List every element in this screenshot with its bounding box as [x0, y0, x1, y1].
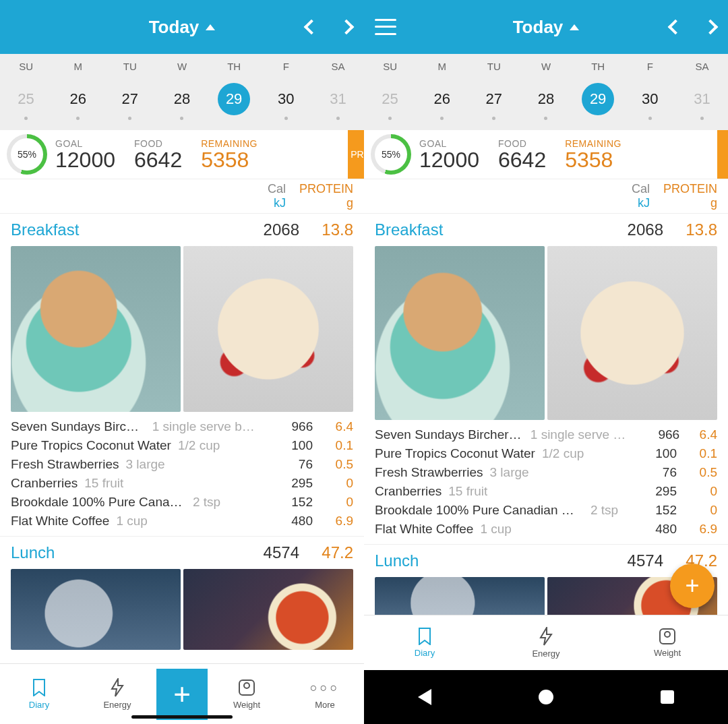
caret-up-icon — [570, 24, 579, 30]
breakfast-items: Seven Sundays Birch…1 single serve bowl9… — [0, 412, 364, 537]
unit-kj[interactable]: kJ — [268, 196, 286, 210]
day-sa[interactable]: SA31 — [312, 54, 364, 129]
more-icon: ○○○ — [315, 678, 334, 697]
plus-icon: + — [156, 669, 208, 720]
meal-photo[interactable] — [11, 246, 181, 412]
lunch-header[interactable]: Lunch 457447.2 — [364, 545, 728, 577]
breakfast-header[interactable]: Breakfast 206813.8 — [364, 214, 728, 246]
breakfast-photos — [0, 246, 364, 412]
breakfast-items: Seven Sundays Bircher & …1 single serve … — [364, 420, 728, 545]
meal-photo[interactable] — [547, 246, 717, 420]
tab-energy[interactable]: Energy — [485, 615, 607, 670]
next-day-button[interactable] — [703, 20, 719, 35]
food-row[interactable]: Cranberries15 fruit2950 — [375, 482, 717, 501]
bookmark-icon — [30, 678, 49, 697]
tab-diary[interactable]: Diary — [0, 664, 78, 724]
prev-day-button[interactable] — [668, 20, 684, 35]
day-tu[interactable]: TU27 — [104, 54, 156, 129]
lunch-photos — [0, 569, 364, 650]
day-w[interactable]: W28 — [520, 54, 572, 129]
bolt-icon — [108, 678, 127, 697]
food-row[interactable]: Cranberries15 fruit2950 — [11, 474, 353, 493]
breakfast-photos — [364, 246, 728, 420]
android-back-button[interactable] — [418, 689, 431, 705]
unit-kj[interactable]: kJ — [632, 196, 650, 210]
fab-add-button[interactable]: + — [670, 564, 715, 608]
food-row[interactable]: Brookdale 100% Pure Canadian Maple …2 ts… — [375, 501, 717, 520]
food-row[interactable]: Fresh Strawberries3 large760.5 — [11, 455, 353, 474]
food-row[interactable]: Brookdale 100% Pure Canadian …2 tsp1520 — [11, 493, 353, 512]
android-home-button[interactable] — [539, 690, 553, 704]
tab-more[interactable]: ○○○ More — [286, 664, 364, 724]
tab-bar: Diary Energy Weight — [364, 615, 728, 670]
unit-protein[interactable]: PROTEIN — [663, 182, 717, 196]
progress-ring: 55% — [7, 134, 47, 175]
goal-value: 12000 — [55, 149, 115, 171]
meal-photo[interactable] — [183, 246, 353, 412]
topbar-title: Today — [513, 17, 564, 38]
diary-scroll[interactable]: Breakfast 206813.8 Seven Sundays Birch…1… — [0, 214, 364, 724]
meal-photo[interactable] — [375, 246, 545, 420]
food-row[interactable]: Fresh Strawberries3 large760.5 — [375, 463, 717, 482]
topbar: Today — [0, 0, 364, 54]
food-row[interactable]: Flat White Coffee1 cup4806.9 — [375, 520, 717, 539]
day-tu[interactable]: TU27 — [468, 54, 520, 129]
date-picker[interactable]: Today — [149, 17, 216, 38]
day-th[interactable]: TH29 — [208, 54, 260, 129]
tab-weight[interactable]: Weight — [607, 615, 728, 670]
food-row[interactable]: Flat White Coffee1 cup4806.9 — [11, 512, 353, 531]
meal-photo[interactable] — [11, 569, 181, 650]
day-f[interactable]: F30 — [260, 54, 312, 129]
lunch-header[interactable]: Lunch 457447.2 — [0, 537, 364, 569]
hamburger-menu-button[interactable] — [375, 16, 396, 38]
android-recents-button[interactable] — [661, 690, 674, 704]
unit-protein-g: g — [663, 196, 717, 210]
protein-chip[interactable] — [717, 130, 728, 179]
prev-day-button[interactable] — [304, 20, 320, 35]
topbar: Today — [364, 0, 728, 54]
units-row: CalkJ PROTEINg — [0, 179, 364, 214]
unit-cal[interactable]: Cal — [632, 182, 650, 196]
day-sa[interactable]: SA31 — [676, 54, 728, 129]
scale-icon — [237, 678, 256, 697]
summary-row[interactable]: 55% GOAL12000 FOOD6642 REMAINING5358 — [364, 129, 728, 179]
food-row[interactable]: Pure Tropics Coconut Water1/2 cup1000.1 — [11, 436, 353, 455]
android-nav-bar — [364, 670, 728, 724]
svg-point-1 — [244, 683, 249, 688]
food-value: 6642 — [134, 149, 182, 171]
progress-ring: 55% — [371, 134, 411, 175]
scale-icon — [659, 628, 676, 645]
svg-point-3 — [665, 632, 670, 637]
bolt-icon — [539, 627, 553, 646]
day-m[interactable]: M26 — [52, 54, 104, 129]
next-day-button[interactable] — [339, 20, 355, 35]
breakfast-header[interactable]: Breakfast 206813.8 — [0, 214, 364, 246]
week-strip: SU25 M26 TU27 W28 TH29 F30 SA31 — [364, 54, 728, 129]
day-su[interactable]: SU25 — [0, 54, 52, 129]
food-row[interactable]: Seven Sundays Bircher & …1 single serve … — [375, 425, 717, 444]
food-row[interactable]: Seven Sundays Birch…1 single serve bowl9… — [11, 417, 353, 436]
day-f[interactable]: F30 — [624, 54, 676, 129]
day-m[interactable]: M26 — [416, 54, 468, 129]
phone-ios: Today SU25 M26 TU27 W28 TH29 F30 SA31 55… — [0, 0, 364, 724]
unit-cal[interactable]: Cal — [268, 182, 286, 196]
bookmark-icon — [417, 628, 432, 645]
remaining-value: 5358 — [201, 149, 257, 171]
protein-chip[interactable]: PR — [348, 130, 364, 179]
meal-photo[interactable] — [183, 569, 353, 650]
topbar-title: Today — [149, 17, 200, 38]
unit-protein-g: g — [299, 196, 353, 210]
caret-up-icon — [206, 24, 215, 30]
day-th[interactable]: TH29 — [572, 54, 624, 129]
home-indicator[interactable] — [131, 715, 233, 719]
day-su[interactable]: SU25 — [364, 54, 416, 129]
units-row: CalkJ PROTEINg — [364, 179, 728, 214]
unit-protein[interactable]: PROTEIN — [299, 182, 353, 196]
week-strip: SU25 M26 TU27 W28 TH29 F30 SA31 — [0, 54, 364, 129]
phone-android: Today SU25 M26 TU27 W28 TH29 F30 SA31 55… — [364, 0, 728, 724]
tab-diary[interactable]: Diary — [364, 615, 485, 670]
food-row[interactable]: Pure Tropics Coconut Water1/2 cup1000.1 — [375, 444, 717, 463]
date-picker[interactable]: Today — [513, 17, 580, 38]
summary-row[interactable]: 55% GOAL12000 FOOD6642 REMAINING5358 PR — [0, 129, 364, 179]
day-w[interactable]: W28 — [156, 54, 208, 129]
